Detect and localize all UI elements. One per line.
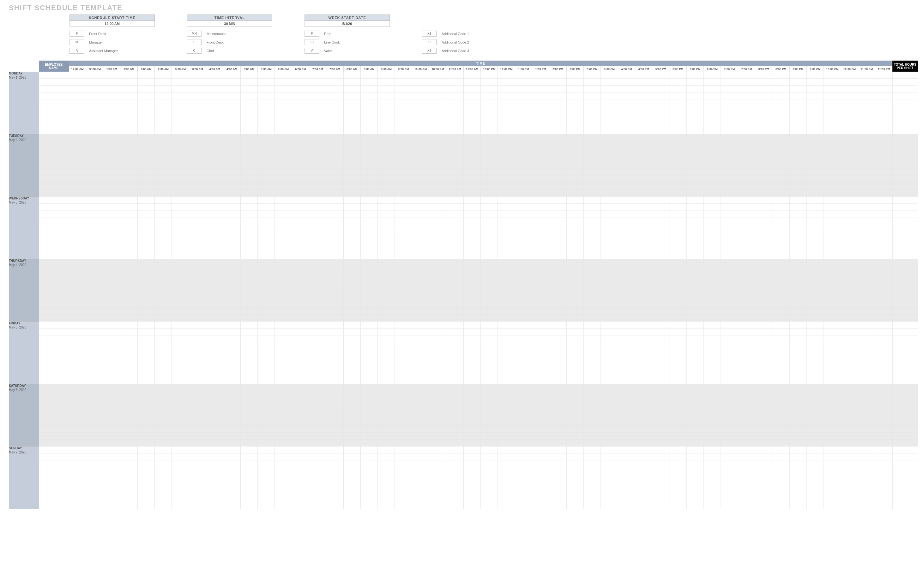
shift-cell[interactable]	[446, 106, 464, 113]
shift-cell[interactable]	[635, 148, 652, 155]
shift-cell[interactable]	[292, 453, 309, 460]
shift-cell[interactable]	[549, 329, 566, 335]
shift-cell[interactable]	[824, 481, 841, 488]
shift-cell[interactable]	[875, 439, 892, 447]
shift-cell[interactable]	[412, 460, 429, 467]
shift-cell[interactable]	[481, 495, 498, 502]
shift-cell[interactable]	[464, 79, 480, 85]
shift-cell[interactable]	[789, 391, 807, 398]
shift-cell[interactable]	[772, 106, 789, 113]
shift-cell[interactable]	[326, 363, 344, 370]
shift-cell[interactable]	[789, 231, 807, 238]
shift-cell[interactable]	[858, 481, 875, 488]
shift-cell[interactable]	[103, 384, 120, 391]
shift-cell[interactable]	[103, 93, 120, 99]
shift-cell[interactable]	[481, 273, 498, 280]
shift-cell[interactable]	[189, 301, 206, 308]
shift-cell[interactable]	[395, 162, 412, 169]
shift-cell[interactable]	[395, 224, 412, 231]
shift-cell[interactable]	[618, 203, 635, 211]
shift-cell[interactable]	[309, 370, 326, 377]
shift-cell[interactable]	[224, 176, 240, 183]
shift-cell[interactable]	[584, 120, 600, 127]
shift-cell[interactable]	[189, 315, 206, 321]
shift-cell[interactable]	[292, 141, 309, 148]
shift-cell[interactable]	[69, 398, 86, 405]
shift-cell[interactable]	[446, 252, 464, 259]
shift-cell[interactable]	[395, 377, 412, 384]
shift-cell[interactable]	[344, 211, 360, 217]
shift-cell[interactable]	[824, 72, 841, 79]
shift-cell[interactable]	[807, 106, 824, 113]
shift-cell[interactable]	[172, 259, 189, 266]
shift-cell[interactable]	[669, 211, 687, 217]
shift-cell[interactable]	[566, 412, 584, 419]
shift-cell[interactable]	[704, 169, 721, 176]
shift-cell[interactable]	[240, 93, 258, 99]
shift-cell[interactable]	[224, 245, 240, 252]
shift-cell[interactable]	[515, 349, 532, 356]
shift-cell[interactable]	[858, 266, 875, 273]
shift-cell[interactable]	[618, 502, 635, 509]
shift-cell[interactable]	[395, 335, 412, 342]
shift-cell[interactable]	[532, 502, 549, 509]
shift-cell[interactable]	[155, 321, 172, 329]
shift-cell[interactable]	[155, 183, 172, 190]
shift-cell[interactable]	[704, 162, 721, 169]
shift-cell[interactable]	[481, 349, 498, 356]
shift-cell[interactable]	[704, 106, 721, 113]
shift-cell[interactable]	[240, 106, 258, 113]
shift-cell[interactable]	[224, 238, 240, 245]
shift-cell[interactable]	[103, 467, 120, 474]
shift-cell[interactable]	[618, 190, 635, 197]
shift-cell[interactable]	[498, 113, 515, 120]
shift-cell[interactable]	[755, 335, 772, 342]
shift-cell[interactable]	[172, 79, 189, 85]
shift-cell[interactable]	[258, 134, 274, 141]
shift-cell[interactable]	[120, 447, 137, 453]
code-box[interactable]: X3	[422, 48, 436, 54]
shift-cell[interactable]	[446, 266, 464, 273]
shift-cell[interactable]	[275, 370, 292, 377]
shift-cell[interactable]	[69, 370, 86, 377]
shift-cell[interactable]	[137, 99, 154, 106]
shift-cell[interactable]	[69, 363, 86, 370]
shift-cell[interactable]	[137, 315, 154, 321]
shift-cell[interactable]	[721, 287, 738, 294]
shift-cell[interactable]	[292, 287, 309, 294]
shift-cell[interactable]	[481, 190, 498, 197]
shift-cell[interactable]	[635, 363, 652, 370]
shift-cell[interactable]	[515, 391, 532, 398]
shift-cell[interactable]	[515, 79, 532, 85]
employee-cell[interactable]	[39, 384, 69, 391]
shift-cell[interactable]	[326, 85, 344, 93]
shift-cell[interactable]	[224, 113, 240, 120]
shift-cell[interactable]	[344, 120, 360, 127]
shift-cell[interactable]	[687, 266, 704, 273]
shift-cell[interactable]	[86, 148, 103, 155]
shift-cell[interactable]	[721, 280, 738, 287]
shift-cell[interactable]	[755, 433, 772, 439]
shift-cell[interactable]	[378, 502, 395, 509]
shift-cell[interactable]	[378, 349, 395, 356]
shift-cell[interactable]	[326, 162, 344, 169]
shift-cell[interactable]	[481, 169, 498, 176]
shift-cell[interactable]	[755, 377, 772, 384]
shift-cell[interactable]	[395, 329, 412, 335]
shift-cell[interactable]	[807, 391, 824, 398]
shift-cell[interactable]	[669, 391, 687, 398]
shift-cell[interactable]	[103, 72, 120, 79]
shift-cell[interactable]	[789, 363, 807, 370]
shift-cell[interactable]	[69, 169, 86, 176]
shift-cell[interactable]	[103, 453, 120, 460]
code-box[interactable]: M	[69, 39, 84, 45]
shift-cell[interactable]	[309, 384, 326, 391]
shift-cell[interactable]	[738, 363, 755, 370]
shift-cell[interactable]	[584, 259, 600, 266]
shift-cell[interactable]	[378, 148, 395, 155]
shift-cell[interactable]	[721, 398, 738, 405]
shift-cell[interactable]	[326, 426, 344, 433]
shift-cell[interactable]	[412, 280, 429, 287]
shift-cell[interactable]	[206, 266, 224, 273]
shift-cell[interactable]	[360, 85, 378, 93]
